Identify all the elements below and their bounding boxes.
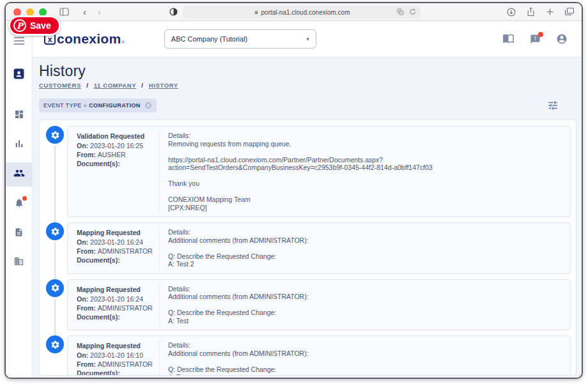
building-icon — [13, 256, 24, 269]
details-label: Details: — [168, 228, 560, 236]
details-label: Details: — [168, 132, 560, 140]
dashboard-icon — [14, 109, 24, 122]
sidebar-nav — [6, 21, 33, 379]
event-documents-label: Document(s): — [77, 312, 152, 321]
chip-close-icon[interactable] — [144, 102, 152, 109]
registered-mark: ® — [121, 40, 124, 44]
event-documents-label: Document(s): — [77, 159, 152, 168]
event-from-value: AUSHER — [98, 151, 126, 158]
account-icon[interactable] — [556, 33, 568, 45]
timeline-column — [43, 222, 67, 274]
event-on-value: 2023-01-20 16:24 — [90, 238, 143, 246]
event-row: Mapping Requested On:2023-01-20 16:24 Fr… — [43, 222, 571, 274]
address-bar[interactable]: portal-na1.cloud.conexiom.com — [183, 6, 421, 19]
event-title: Mapping Requested — [77, 228, 154, 237]
event-documents-label: Document(s): — [77, 369, 152, 376]
back-button[interactable]: ‹ — [83, 6, 86, 17]
event-row: Mapping Requested On:2023-01-20 16:24 Fr… — [43, 279, 571, 331]
event-title: Mapping Requested — [77, 285, 154, 294]
event-from-value: ADMINISTRATOR — [98, 304, 153, 312]
event-from-value: ADMINISTRATOR — [98, 247, 153, 255]
sidebar-item-customers[interactable] — [6, 162, 33, 187]
event-from-value: ADMINISTRATOR — [98, 360, 153, 368]
minimize-window-button[interactable] — [26, 8, 34, 16]
event-card: Mapping Requested On:2023-01-20 16:10 Fr… — [67, 335, 571, 376]
sidebar-item-notifications[interactable] — [6, 192, 33, 216]
breadcrumb-separator: / — [86, 82, 88, 89]
browser-window: ‹ › portal-na1.cloud.conexiom.com — [4, 2, 583, 379]
customers-people-icon — [13, 167, 25, 181]
timeline-column — [43, 279, 67, 331]
event-row: Validation Requested On:2023-01-20 16:25… — [43, 126, 571, 217]
filter-settings-icon[interactable] — [547, 100, 559, 111]
share-icon[interactable] — [527, 7, 535, 17]
event-details: Details: Additional comments (from ADMIN… — [160, 284, 562, 326]
tab-overview-icon[interactable] — [565, 8, 574, 16]
sidebar-item-documents[interactable] — [6, 221, 33, 245]
event-card: Mapping Requested On:2023-01-20 16:24 Fr… — [67, 279, 571, 331]
event-card: Validation Requested On:2023-01-20 16:25… — [67, 126, 571, 217]
new-tab-icon[interactable] — [546, 8, 554, 16]
configuration-gear-icon — [46, 279, 64, 297]
pinterest-save-button[interactable]: P Save — [8, 15, 61, 36]
reload-icon[interactable] — [409, 8, 416, 15]
history-events-panel: Validation Requested On:2023-01-20 16:25… — [39, 119, 576, 376]
downloads-icon[interactable] — [507, 8, 516, 17]
event-card: Mapping Requested On:2023-01-20 16:24 Fr… — [67, 222, 571, 274]
company-selector[interactable]: ABC Company (Tutorial) ▾ — [164, 29, 316, 49]
event-on-value: 2023-01-20 16:10 — [90, 351, 143, 359]
event-details: Details: Removing requests from mapping … — [160, 130, 562, 213]
forward-button[interactable]: › — [98, 6, 101, 17]
breadcrumb-link-customers[interactable]: CUSTOMERS — [39, 82, 81, 89]
event-details: Details: Additional comments (from ADMIN… — [160, 227, 562, 270]
help-book-icon[interactable] — [502, 34, 514, 44]
sidebar-item-contact[interactable] — [6, 63, 33, 87]
filter-chip-label: EVENT TYPE = CONFIGURATION — [43, 102, 141, 109]
window-controls — [13, 8, 47, 16]
translate-icon[interactable] — [397, 8, 404, 15]
contact-card-icon — [13, 68, 25, 82]
privacy-report-icon[interactable] — [169, 8, 178, 16]
timeline-column — [43, 126, 67, 217]
event-on-value: 2023-01-20 16:24 — [90, 295, 143, 303]
breadcrumb-link-company[interactable]: 11 COMPANY — [94, 82, 136, 89]
page-title: History — [39, 63, 576, 80]
timeline-column — [43, 335, 67, 376]
page-content: History CUSTOMERS / 11 COMPANY / HISTORY… — [33, 58, 582, 379]
details-body: Removing requests from mapping queue. ht… — [168, 140, 560, 212]
details-body: Additional comments (from ADMINISTRATOR)… — [168, 293, 560, 325]
event-title: Validation Requested — [77, 132, 154, 141]
company-selector-value: ABC Company (Tutorial) — [171, 35, 247, 43]
configuration-gear-icon — [46, 335, 64, 353]
breadcrumb: CUSTOMERS / 11 COMPANY / HISTORY — [39, 82, 576, 89]
details-label: Details: — [168, 285, 560, 293]
pinterest-logo-icon: P — [13, 19, 26, 32]
event-meta: Mapping Requested On:2023-01-20 16:24 Fr… — [75, 227, 160, 270]
configuration-gear-icon — [46, 222, 64, 240]
logo-wordmark: conexiom — [57, 31, 121, 47]
bar-chart-icon — [14, 139, 24, 151]
configuration-gear-icon — [46, 126, 64, 144]
event-title: Mapping Requested — [77, 341, 154, 350]
chevron-down-icon: ▾ — [306, 36, 309, 42]
event-row: Mapping Requested On:2023-01-20 16:10 Fr… — [43, 335, 571, 376]
event-meta: Mapping Requested On:2023-01-20 16:24 Fr… — [75, 284, 160, 326]
sidebar-item-analytics[interactable] — [6, 133, 33, 157]
menu-icon — [14, 36, 24, 47]
sidebar-toggle-icon[interactable] — [59, 8, 69, 16]
browser-toolbar: ‹ › portal-na1.cloud.conexiom.com — [6, 3, 582, 21]
address-url: portal-na1.cloud.conexiom.com — [261, 9, 350, 16]
details-body: Additional comments (from ADMINISTRATOR)… — [168, 349, 560, 376]
sidebar-item-dashboard[interactable] — [6, 104, 33, 128]
event-documents-label: Document(s): — [77, 256, 152, 265]
filter-chip-event-type[interactable]: EVENT TYPE = CONFIGURATION — [39, 98, 157, 112]
zoom-window-button[interactable] — [39, 8, 47, 16]
sidebar-item-company[interactable] — [6, 250, 33, 275]
app-header: x conexiom ® ABC Company (Tutorial) ▾ — [33, 21, 582, 58]
feedback-icon[interactable] — [530, 34, 541, 45]
event-meta: Mapping Requested On:2023-01-20 16:10 Fr… — [75, 340, 160, 376]
close-window-button[interactable] — [13, 8, 21, 16]
breadcrumb-link-history[interactable]: HISTORY — [149, 82, 178, 89]
event-details: Details: Additional comments (from ADMIN… — [160, 340, 562, 376]
filter-row: EVENT TYPE = CONFIGURATION — [39, 98, 576, 112]
